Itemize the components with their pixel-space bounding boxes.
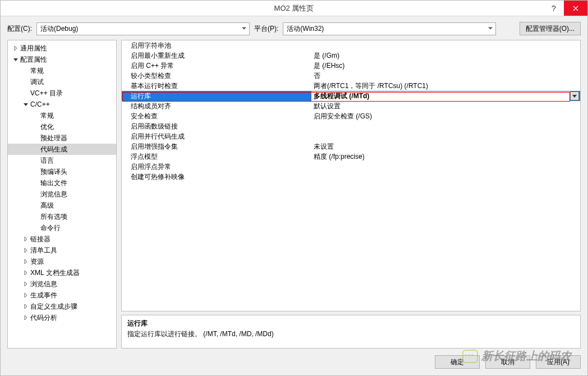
property-value[interactable]: 多线程调试 (/MTd) (311, 91, 570, 101)
property-value[interactable]: 默认设置 (311, 102, 580, 111)
property-row[interactable]: 运行库多线程调试 (/MTd) (122, 91, 580, 101)
tree-item-2[interactable]: 常规 (8, 65, 116, 76)
chevron-right-icon[interactable] (22, 236, 29, 242)
property-row[interactable]: 较小类型检查否 (122, 71, 580, 81)
platform-select[interactable]: 活动(Win32) (283, 22, 496, 35)
tree-item-label: 命令行 (40, 223, 61, 233)
tree-item-3[interactable]: 调试 (8, 76, 116, 88)
chevron-right-icon[interactable] (22, 314, 29, 321)
tree-item-8[interactable]: 预处理器 (8, 132, 116, 144)
tree-item-label: VC++ 目录 (30, 89, 63, 98)
right-panel: 启用字符串池启用最小重新生成是 (/Gm)启用 C++ 异常是 (/EHsc)较… (121, 40, 581, 349)
apply-button[interactable]: 应用(A) (536, 355, 581, 369)
tree-item-label: 常规 (40, 111, 54, 121)
property-row[interactable]: 安全检查启用安全检查 (/GS) (122, 111, 580, 121)
tree-item-label: 自定义生成步骤 (30, 302, 77, 311)
close-icon (573, 6, 578, 11)
tree-item-13[interactable]: 浏览信息 (8, 189, 116, 200)
property-label: 较小类型检查 (122, 71, 311, 81)
tree-item-14[interactable]: 高级 (8, 200, 116, 211)
tree-item-4[interactable]: VC++ 目录 (8, 88, 116, 99)
tree-item-label: C/C++ (30, 100, 50, 108)
description-body: 指定运行库以进行链接。 (/MT, /MTd, /MD, /MDd) (127, 329, 575, 339)
tree-item-label: 代码生成 (40, 145, 67, 154)
tree-item-11[interactable]: 预编译头 (8, 166, 116, 177)
chevron-down-icon[interactable] (12, 56, 19, 63)
tree-item-label: 输出文件 (40, 178, 67, 188)
property-label: 安全检查 (122, 112, 311, 121)
tree-item-label: 预处理器 (40, 134, 67, 143)
tree-item-label: 高级 (40, 201, 54, 210)
chevron-right-icon[interactable] (22, 281, 29, 287)
tree-item-18[interactable]: 清单工具 (8, 245, 116, 256)
tree-item-label: 所有选项 (40, 212, 67, 222)
chevron-right-icon[interactable] (22, 247, 29, 254)
ok-button[interactable]: 确定 (435, 355, 480, 369)
tree-item-21[interactable]: 浏览信息 (8, 278, 116, 290)
tree-item-12[interactable]: 输出文件 (8, 177, 116, 189)
chevron-right-icon[interactable] (22, 292, 29, 299)
tree-item-label: 浏览信息 (40, 190, 67, 199)
property-row[interactable]: 启用最小重新生成是 (/Gm) (122, 51, 580, 61)
property-row[interactable]: 浮点模型精度 (/fp:precise) (122, 152, 580, 162)
tree-panel[interactable]: 通用属性配置属性常规调试VC++ 目录C/C++常规优化预处理器代码生成语言预编… (7, 40, 117, 349)
tree-item-label: 常规 (30, 66, 44, 76)
chevron-right-icon[interactable] (22, 303, 29, 310)
description-panel: 运行库 指定运行库以进行链接。 (/MT, /MTd, /MD, /MDd) (121, 315, 581, 349)
property-grid[interactable]: 启用字符串池启用最小重新生成是 (/Gm)启用 C++ 异常是 (/EHsc)较… (121, 40, 581, 311)
title-bar: MO2 属性页 ? (1, 1, 587, 16)
tree-item-10[interactable]: 语言 (8, 155, 116, 166)
property-value[interactable]: 否 (311, 71, 580, 81)
property-label: 启用并行代码生成 (122, 132, 311, 141)
chevron-right-icon[interactable] (22, 258, 29, 265)
property-label: 结构成员对齐 (122, 102, 311, 111)
tree-item-17[interactable]: 链接器 (8, 233, 116, 245)
tree-item-24[interactable]: 代码分析 (8, 312, 116, 323)
chevron-right-icon[interactable] (22, 269, 29, 276)
tree-item-19[interactable]: 资源 (8, 256, 116, 267)
tree-item-22[interactable]: 生成事件 (8, 290, 116, 301)
body-area: 通用属性配置属性常规调试VC++ 目录C/C++常规优化预处理器代码生成语言预编… (1, 40, 587, 353)
chevron-down-icon[interactable] (22, 101, 29, 108)
property-row[interactable]: 基本运行时检查两者(/RTC1，等同于 /RTCsu) (/RTC1) (122, 81, 580, 91)
property-value[interactable]: 精度 (/fp:precise) (311, 152, 580, 162)
property-value[interactable]: 是 (/EHsc) (311, 61, 580, 71)
tree-item-9[interactable]: 代码生成 (8, 144, 116, 155)
property-row[interactable]: 启用并行代码生成 (122, 131, 580, 141)
tree-item-15[interactable]: 所有选项 (8, 211, 116, 222)
property-value[interactable]: 两者(/RTC1，等同于 /RTCsu) (/RTC1) (311, 81, 580, 91)
tree-item-label: 通用属性 (20, 44, 47, 53)
tree-item-16[interactable]: 命令行 (8, 222, 116, 233)
config-row: 配置(C): 活动(Debug) 平台(P): 活动(Win32) 配置管理器(… (1, 16, 587, 40)
tree-item-label: 生成事件 (30, 291, 57, 300)
help-button[interactable]: ? (544, 1, 564, 16)
property-page-window: MO2 属性页 ? 配置(C): 活动(Debug) 平台(P): 活动(Win… (0, 0, 588, 376)
tree-item-0[interactable]: 通用属性 (8, 43, 116, 54)
tree-item-6[interactable]: 常规 (8, 110, 116, 121)
property-row[interactable]: 结构成员对齐默认设置 (122, 101, 580, 111)
tree-item-23[interactable]: 自定义生成步骤 (8, 301, 116, 312)
tree-item-20[interactable]: XML 文档生成器 (8, 267, 116, 278)
property-row[interactable]: 启用函数级链接 (122, 121, 580, 131)
property-value[interactable]: 是 (/Gm) (311, 51, 580, 61)
property-label: 启用浮点异常 (122, 162, 311, 172)
chevron-right-icon[interactable] (12, 45, 19, 52)
close-button[interactable] (564, 1, 587, 16)
config-manager-button[interactable]: 配置管理器(O)... (520, 22, 581, 35)
config-select[interactable]: 活动(Debug) (36, 22, 250, 35)
property-row[interactable]: 启用字符串池 (122, 40, 580, 51)
property-row[interactable]: 启用增强指令集未设置 (122, 141, 580, 152)
tree-item-5[interactable]: C/C++ (8, 99, 116, 110)
config-label: 配置(C): (7, 24, 32, 34)
chevron-down-icon[interactable] (570, 91, 579, 100)
tree-item-label: 代码分析 (30, 313, 57, 323)
property-row[interactable]: 启用浮点异常 (122, 162, 580, 172)
property-row[interactable]: 启用 C++ 异常是 (/EHsc) (122, 61, 580, 71)
tree-item-7[interactable]: 优化 (8, 121, 116, 132)
cancel-button[interactable]: 取消 (485, 355, 530, 369)
property-label: 创建可热修补映像 (122, 172, 311, 182)
property-value[interactable]: 未设置 (311, 142, 580, 152)
property-row[interactable]: 创建可热修补映像 (122, 172, 580, 182)
property-value[interactable]: 启用安全检查 (/GS) (311, 112, 580, 121)
tree-item-1[interactable]: 配置属性 (8, 54, 116, 65)
